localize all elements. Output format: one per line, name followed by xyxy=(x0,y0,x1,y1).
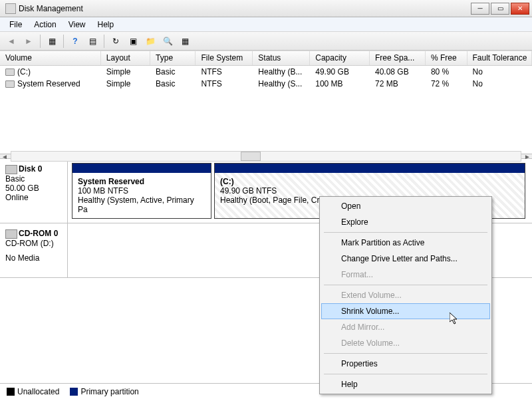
volume-name: System Reserved xyxy=(17,79,80,88)
toolbar-icon-3[interactable]: ▣ xyxy=(126,34,140,49)
col-status[interactable]: Status xyxy=(253,51,310,65)
forward-button: ► xyxy=(21,34,36,49)
menu-help[interactable]: Help xyxy=(92,19,120,31)
disk-status: No Media xyxy=(5,253,62,263)
menu-item-shrink-volume[interactable]: Shrink Volume... xyxy=(321,303,490,319)
disk-info[interactable]: Disk 0 Basic 50.00 GB Online xyxy=(0,159,68,223)
toolbar-icon-5[interactable]: 🔍 xyxy=(160,34,175,49)
volume-list: Volume Layout Type File System Status Ca… xyxy=(0,51,532,154)
col-free[interactable]: Free Spa... xyxy=(370,51,426,65)
window-title: Disk Management xyxy=(3,3,471,14)
menu-item-add-mirror: Add Mirror... xyxy=(321,319,490,335)
partition-size: 49.90 GB NTFS xyxy=(220,186,519,196)
toolbar-icon-6[interactable]: ▦ xyxy=(178,34,192,49)
partition-title: (C:) xyxy=(220,177,519,186)
disk-status: Online xyxy=(5,193,62,202)
window-title-text: Disk Management xyxy=(19,4,83,13)
col-fault[interactable]: Fault Tolerance xyxy=(467,51,533,65)
toolbar: ◄ ► ▦ ? ▤ ↻ ▣ 📁 🔍 ▦ xyxy=(0,32,532,51)
col-capacity[interactable]: Capacity xyxy=(310,51,370,65)
volume-name: (C:) xyxy=(17,67,31,76)
minimize-button[interactable]: ─ xyxy=(471,3,489,15)
menu-item-extend-volume: Extend Volume... xyxy=(321,287,490,303)
toolbar-icon-4[interactable]: 📁 xyxy=(143,34,158,49)
partition-system-reserved[interactable]: System Reserved 100 MB NTFS Healthy (Sys… xyxy=(72,163,211,219)
menu-item-explore[interactable]: Explore xyxy=(321,214,490,230)
col-filesystem[interactable]: File System xyxy=(196,51,253,65)
menu-bar: File Action View Help xyxy=(0,17,532,32)
cdrom-icon xyxy=(5,229,17,239)
partition-title: System Reserved xyxy=(78,177,205,186)
disk-info[interactable]: CD-ROM 0 CD-ROM (D:) No Media xyxy=(0,223,68,277)
swatch-primary xyxy=(70,388,78,396)
partition-status: Healthy (System, Active, Primary Pa xyxy=(78,196,205,214)
volume-list-header: Volume Layout Type File System Status Ca… xyxy=(0,51,532,66)
menu-file[interactable]: File xyxy=(4,19,27,31)
disk-name: Disk 0 xyxy=(19,164,42,174)
col-type[interactable]: Type xyxy=(150,51,196,65)
disk-type: Basic xyxy=(5,174,62,184)
maximize-button[interactable]: ▭ xyxy=(491,3,509,15)
disk-name: CD-ROM 0 xyxy=(19,229,58,238)
partition-size: 100 MB NTFS xyxy=(78,186,205,196)
col-pct[interactable]: % Free xyxy=(426,51,467,65)
menu-view[interactable]: View xyxy=(63,19,91,31)
back-button: ◄ xyxy=(4,34,19,49)
help-icon[interactable]: ? xyxy=(68,34,82,49)
legend-label: Unallocated xyxy=(17,387,59,396)
disk-size: 50.00 GB xyxy=(5,184,62,193)
toolbar-icon-2[interactable]: ▤ xyxy=(85,34,100,49)
splitter[interactable]: ◄► xyxy=(0,154,532,159)
menu-item-properties[interactable]: Properties xyxy=(321,356,490,372)
menu-item-mark-partition-as-active[interactable]: Mark Partition as Active xyxy=(321,235,490,251)
menu-action[interactable]: Action xyxy=(29,19,61,31)
menu-item-delete-volume: Delete Volume... xyxy=(321,335,490,351)
drive-icon xyxy=(5,68,15,76)
close-button[interactable]: ✕ xyxy=(511,3,529,15)
menu-item-format: Format... xyxy=(321,267,490,283)
swatch-unallocated xyxy=(7,388,15,396)
volume-row[interactable]: System Reserved Simple Basic NTFS Health… xyxy=(0,78,532,90)
title-bar: Disk Management ─ ▭ ✕ xyxy=(0,0,532,17)
disk-type: CD-ROM (D:) xyxy=(5,239,62,248)
drive-icon xyxy=(5,80,15,88)
col-layout[interactable]: Layout xyxy=(101,51,150,65)
refresh-icon[interactable]: ↻ xyxy=(108,34,123,49)
context-menu: OpenExploreMark Partition as ActiveChang… xyxy=(319,196,492,394)
col-volume[interactable]: Volume xyxy=(0,51,101,65)
menu-item-open[interactable]: Open xyxy=(321,198,490,214)
menu-item-change-drive-letter-and-paths[interactable]: Change Drive Letter and Paths... xyxy=(321,251,490,267)
menu-item-help[interactable]: Help xyxy=(321,376,490,392)
toolbar-icon-1[interactable]: ▦ xyxy=(45,34,59,49)
volume-row[interactable]: (C:) Simple Basic NTFS Healthy (B... 49.… xyxy=(0,66,532,78)
legend-label: Primary partition xyxy=(80,387,138,396)
disk-icon xyxy=(5,165,17,174)
app-icon xyxy=(5,3,16,14)
